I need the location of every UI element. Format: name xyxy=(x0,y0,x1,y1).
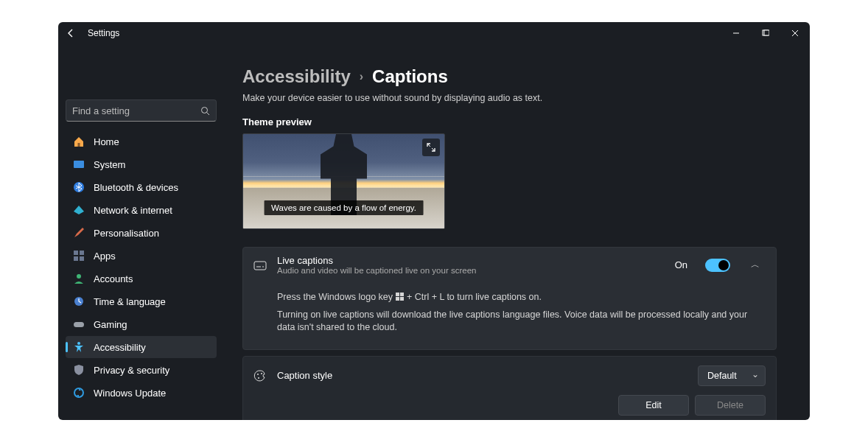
nav-time-language[interactable]: Time & language xyxy=(66,290,217,312)
svg-point-26 xyxy=(261,373,262,374)
svg-rect-13 xyxy=(80,256,84,261)
svg-rect-10 xyxy=(74,251,78,255)
nav-personalisation[interactable]: Personalisation xyxy=(66,222,217,244)
shortcut-tip: Press the Windows logo key + Ctrl + L to… xyxy=(277,291,766,304)
wifi-icon xyxy=(73,204,85,216)
breadcrumb-parent[interactable]: Accessibility xyxy=(242,66,351,87)
nav-label: Gaming xyxy=(94,319,127,330)
back-button[interactable] xyxy=(66,28,80,38)
page-description: Make your device easier to use without s… xyxy=(242,93,777,103)
collapse-chevron-icon[interactable]: ︿ xyxy=(745,259,766,271)
delete-button[interactable]: Delete xyxy=(695,395,766,416)
svg-point-5 xyxy=(202,107,208,113)
svg-rect-2 xyxy=(764,30,769,35)
system-icon xyxy=(73,158,85,170)
nav-accessibility[interactable]: Accessibility xyxy=(66,336,217,358)
sidebar: Home System Bluetooth & devices Network … xyxy=(58,44,224,420)
window-controls xyxy=(721,22,810,44)
search-icon xyxy=(200,106,210,116)
nav-home[interactable]: Home xyxy=(66,130,217,153)
shield-icon xyxy=(73,364,85,376)
nav-label: Apps xyxy=(94,251,116,262)
svg-point-24 xyxy=(257,374,259,375)
live-captions-title: Live captions xyxy=(277,255,665,266)
svg-point-25 xyxy=(258,377,259,379)
live-captions-toggle[interactable] xyxy=(705,259,730,272)
titlebar: Settings xyxy=(58,22,810,44)
caption-style-title: Caption style xyxy=(277,370,687,381)
live-captions-subtitle: Audio and video will be captioned live o… xyxy=(277,266,665,275)
chevron-right-icon: › xyxy=(360,70,363,83)
nav-label: Time & language xyxy=(94,296,166,307)
nav-label: Accessibility xyxy=(94,342,146,353)
settings-window: Settings Home System Bluetooth & devices… xyxy=(58,22,810,420)
bluetooth-icon xyxy=(73,181,85,193)
gamepad-icon xyxy=(73,318,85,330)
apps-icon xyxy=(73,250,85,262)
main-content: Accessibility › Captions Make your devic… xyxy=(224,44,810,420)
nav-label: Accounts xyxy=(94,273,133,284)
caption-style-select[interactable]: Default xyxy=(698,365,766,386)
search-box[interactable] xyxy=(66,99,217,122)
nav-apps[interactable]: Apps xyxy=(66,245,217,267)
nav-system[interactable]: System xyxy=(66,153,217,175)
preview-caption-text: Waves are caused by a flow of energy. xyxy=(264,200,424,215)
app-title: Settings xyxy=(88,28,119,38)
nav-bluetooth[interactable]: Bluetooth & devices xyxy=(66,176,217,198)
maximize-button[interactable] xyxy=(751,22,780,44)
live-captions-body: Press the Windows logo key + Ctrl + L to… xyxy=(243,282,776,349)
person-icon xyxy=(73,273,85,284)
home-icon xyxy=(73,136,85,147)
svg-rect-12 xyxy=(74,256,78,261)
svg-rect-8 xyxy=(74,161,84,168)
nav-privacy[interactable]: Privacy & security xyxy=(66,359,217,381)
live-captions-card: Live captions Audio and video will be ca… xyxy=(242,247,777,350)
svg-line-6 xyxy=(207,112,210,115)
nav-label: Home xyxy=(94,136,119,147)
caption-style-card: Caption style Default Edit Delete xyxy=(242,356,777,421)
nav-label: Personalisation xyxy=(94,228,159,239)
captions-icon xyxy=(253,259,267,272)
page-title: Captions xyxy=(372,66,448,87)
nav-gaming[interactable]: Gaming xyxy=(66,313,217,335)
nav-label: Bluetooth & devices xyxy=(94,182,178,193)
breadcrumb: Accessibility › Captions xyxy=(242,66,777,87)
nav-network[interactable]: Network & internet xyxy=(66,199,217,221)
theme-preview-label: Theme preview xyxy=(242,116,777,127)
svg-point-14 xyxy=(77,274,81,279)
minimize-button[interactable] xyxy=(721,22,751,44)
nav-label: Network & internet xyxy=(94,205,172,216)
edit-button[interactable]: Edit xyxy=(618,395,689,416)
live-captions-header[interactable]: Live captions Audio and video will be ca… xyxy=(243,248,776,282)
svg-rect-7 xyxy=(78,143,80,147)
svg-rect-11 xyxy=(80,251,84,255)
svg-point-17 xyxy=(77,342,80,345)
palette-icon xyxy=(253,369,267,382)
accessibility-icon xyxy=(73,341,85,353)
nav-accounts[interactable]: Accounts xyxy=(66,267,217,290)
windows-key-icon xyxy=(396,292,405,301)
live-captions-note: Turning on live captions will download t… xyxy=(277,309,766,335)
expand-preview-button[interactable] xyxy=(422,139,440,156)
nav-label: System xyxy=(94,159,125,170)
live-captions-state: On xyxy=(675,259,687,270)
brush-icon xyxy=(73,227,85,239)
update-icon xyxy=(73,387,85,399)
clock-icon xyxy=(73,295,85,307)
svg-rect-16 xyxy=(74,322,84,327)
nav-label: Privacy & security xyxy=(94,365,169,376)
theme-preview: Waves are caused by a flow of energy. xyxy=(242,133,445,229)
svg-rect-21 xyxy=(254,262,266,270)
nav-windows-update[interactable]: Windows Update xyxy=(66,382,217,404)
sidebar-nav: Home System Bluetooth & devices Network … xyxy=(66,130,217,404)
search-input[interactable] xyxy=(72,105,200,116)
close-button[interactable] xyxy=(780,22,810,44)
nav-label: Windows Update xyxy=(94,388,166,399)
